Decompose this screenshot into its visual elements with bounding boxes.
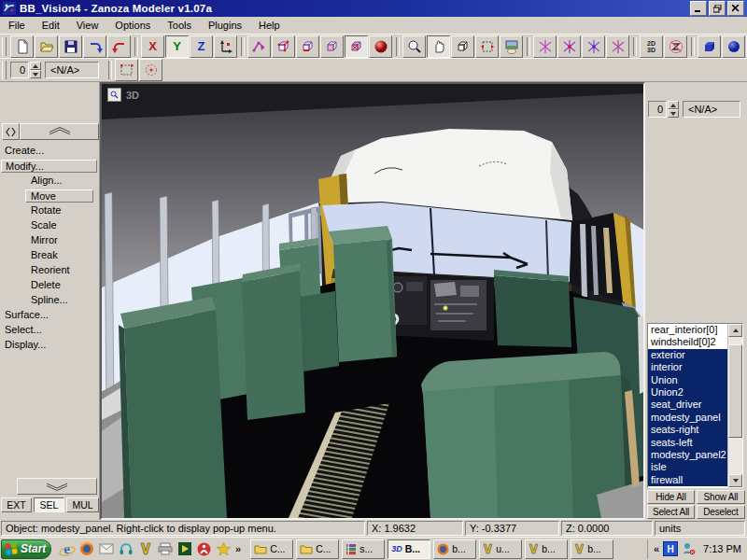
rect-select-icon[interactable] [115, 59, 138, 81]
select-frame-icon[interactable] [475, 35, 499, 58]
save-icon[interactable] [59, 35, 82, 58]
viewport-zoom-icon[interactable] [107, 88, 121, 102]
start-button[interactable]: Start [1, 539, 51, 559]
object-list-item[interactable]: modesty_panel [648, 412, 727, 424]
sidebar-item-move[interactable]: Move [25, 189, 93, 203]
hide-all-button[interactable]: Hide All [647, 490, 695, 504]
sidebar-item-display[interactable]: Display... [0, 338, 100, 353]
collapse-up-button[interactable] [20, 123, 99, 140]
toolbar-grip[interactable] [2, 37, 7, 56]
menu-help[interactable]: Help [250, 18, 289, 33]
menu-options[interactable]: Options [106, 18, 159, 33]
tray-h-icon[interactable]: H [663, 541, 678, 556]
object-list-item[interactable]: exterior [648, 349, 727, 361]
level-spinner-value[interactable]: 0 [10, 62, 29, 78]
titlebar[interactable]: BB_Vision4 - Zanoza Modeler v1.07a [0, 0, 747, 17]
undo-icon[interactable] [107, 35, 131, 58]
object-list-item[interactable]: rear_interior[0] [648, 324, 727, 336]
mode-ext-button[interactable]: EXT [1, 497, 32, 512]
sidebar-item-rotate[interactable]: Rotate [0, 203, 100, 218]
taskbar-window-zmodeler[interactable]: 3DB... [388, 539, 430, 559]
scroll-down-icon[interactable] [728, 474, 742, 487]
material-dropdown[interactable]: <N/A> [45, 62, 99, 78]
firefox-icon[interactable] [78, 541, 94, 557]
collapse-down-button[interactable] [17, 478, 97, 495]
polyline-icon[interactable] [247, 35, 271, 58]
sidebar-item-surface[interactable]: Surface... [0, 308, 100, 323]
menu-edit[interactable]: Edit [34, 18, 68, 33]
menu-view[interactable]: View [68, 18, 107, 33]
sidebar-item-modify[interactable]: Modify... [1, 160, 97, 173]
local-axes-icon[interactable] [214, 35, 237, 58]
mode-mul-button[interactable]: MUL [66, 497, 99, 512]
close-button[interactable] [727, 1, 744, 16]
object-list-item[interactable]: modesty_panel2 [648, 449, 727, 461]
rp-dropdown[interactable]: <N/A> [683, 101, 740, 118]
scrollbar-thumb[interactable] [728, 344, 742, 438]
headphones-icon[interactable] [118, 541, 134, 557]
select-objects-icon[interactable] [345, 35, 368, 58]
object-list-item[interactable]: firewall [648, 474, 727, 486]
object-list-item[interactable]: seats-right [648, 424, 727, 436]
sidebar-item-break[interactable]: Break [0, 248, 100, 263]
axis-z-button[interactable]: Z [190, 35, 213, 58]
primitive-box-icon[interactable] [698, 35, 721, 58]
render-sphere-icon[interactable] [369, 35, 392, 58]
taskbar-window-winamp-1[interactable]: u... [479, 539, 522, 559]
circle-select-icon[interactable] [139, 59, 162, 81]
taskbar-window-firefox[interactable]: b... [433, 539, 476, 559]
sidebar-item-mirror[interactable]: Mirror [0, 233, 100, 248]
axis-x-button[interactable]: X [141, 35, 164, 58]
viewport-3d[interactable]: 3D [100, 82, 645, 520]
object-list-item[interactable]: isle [648, 461, 727, 473]
new-icon[interactable] [10, 35, 34, 58]
menu-plugins[interactable]: Plugins [200, 18, 250, 33]
sidebar-item-delete[interactable]: Delete [0, 278, 100, 293]
taskbar-window-folder-2[interactable]: C... [296, 539, 339, 559]
menu-file[interactable]: File [0, 18, 34, 33]
taskbar-window-winamp-3[interactable]: b... [571, 539, 613, 559]
mode-sel-button[interactable]: SEL [34, 497, 64, 512]
code-toggle-button[interactable] [2, 123, 20, 140]
tray-clock[interactable]: 7:13 PM [699, 543, 741, 554]
tray-messenger-icon[interactable] [682, 541, 696, 557]
open-icon[interactable] [35, 35, 58, 58]
internet-explorer-icon[interactable]: e [59, 541, 75, 557]
sidebar-item-spline[interactable]: Spline... [0, 293, 100, 308]
object-list-item[interactable]: seats-left [648, 437, 727, 449]
perspective-view-icon[interactable] [451, 35, 474, 58]
zoom-tool-icon[interactable] [402, 35, 426, 58]
taskbar-window-winamp-2[interactable]: b... [525, 539, 568, 559]
primitive-sphere-icon[interactable] [722, 35, 745, 58]
restore-button[interactable] [709, 1, 726, 16]
tray-chevron[interactable]: « [654, 543, 659, 554]
rp-spinner-down-button[interactable] [668, 109, 679, 118]
select-edges-icon[interactable] [296, 35, 319, 58]
spinner-up-button[interactable] [30, 62, 41, 70]
sidebar-item-align[interactable]: Align... [0, 174, 100, 189]
object-list-item[interactable]: windsheild[0]2 [648, 336, 727, 348]
tool-star-icon-2[interactable] [557, 35, 581, 58]
zanoza-logo-icon[interactable] [664, 35, 687, 58]
object-list-item[interactable]: interior [648, 361, 727, 373]
show-all-button[interactable]: Show All [697, 490, 745, 504]
tool-star-icon-4[interactable] [606, 35, 629, 58]
select-faces-icon[interactable] [320, 35, 344, 58]
select-vertices-icon[interactable] [272, 35, 295, 58]
deselect-button[interactable]: Deselect [697, 505, 745, 519]
rp-spinner-up-button[interactable] [668, 101, 679, 109]
quick-launch-overflow-chevron[interactable]: » [235, 543, 241, 554]
object-list-item[interactable]: Union2 [648, 386, 727, 399]
scroll-up-icon[interactable] [728, 324, 742, 337]
select-all-button[interactable]: Select All [647, 505, 695, 519]
spinner-down-button[interactable] [30, 70, 41, 78]
mail-icon[interactable] [98, 541, 114, 557]
rp-spinner-value[interactable]: 0 [648, 101, 667, 118]
object-list-item[interactable]: seat_driver [648, 399, 727, 411]
winamp-icon[interactable] [137, 541, 153, 557]
object-list-item[interactable]: Union [648, 374, 727, 386]
pan-tool-icon[interactable] [427, 35, 450, 58]
sidebar-item-select[interactable]: Select... [0, 323, 100, 338]
axis-y-button[interactable]: Y [165, 35, 189, 58]
minimize-button[interactable] [690, 1, 707, 16]
